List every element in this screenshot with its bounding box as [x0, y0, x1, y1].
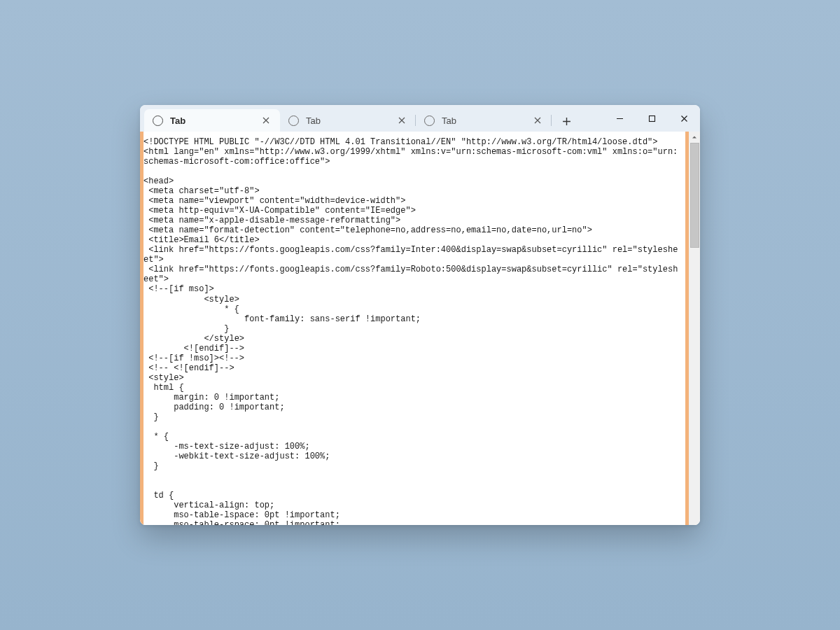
tab-1[interactable]: Tab: [144, 109, 280, 132]
scrollbar-thumb[interactable]: [690, 143, 699, 248]
content-area: <!DOCTYPE HTML PUBLIC "-//W3C//DTD HTML …: [140, 132, 700, 525]
vertical-scrollbar[interactable]: [689, 132, 700, 525]
minimize-button[interactable]: [603, 105, 636, 132]
maximize-button[interactable]: [636, 105, 668, 132]
tab-title: Tab: [442, 115, 531, 126]
tab-close-button[interactable]: [395, 113, 409, 127]
tab-close-button[interactable]: [531, 113, 545, 127]
close-window-button[interactable]: [668, 105, 700, 132]
tab-2[interactable]: Tab: [280, 109, 416, 132]
tab-close-button[interactable]: [259, 113, 273, 127]
app-window: Tab Tab Tab: [140, 105, 700, 525]
favicon-icon: [424, 115, 435, 126]
tab-title: Tab: [170, 115, 259, 126]
tab-3[interactable]: Tab: [416, 109, 552, 132]
close-icon: [534, 117, 541, 124]
plus-icon: [562, 117, 571, 126]
chevron-up-icon: [692, 134, 697, 140]
maximize-icon: [648, 115, 656, 122]
titlebar: Tab Tab Tab: [140, 105, 700, 132]
svg-rect-0: [649, 115, 654, 121]
close-icon: [680, 115, 688, 122]
tab-strip: Tab Tab Tab: [144, 105, 603, 132]
favicon-icon: [153, 115, 163, 126]
window-controls: [603, 105, 700, 132]
new-tab-button[interactable]: [556, 111, 577, 132]
source-code-view[interactable]: <!DOCTYPE HTML PUBLIC "-//W3C//DTD HTML …: [144, 132, 685, 525]
minimize-icon: [616, 115, 624, 122]
favicon-icon: [288, 115, 299, 126]
tab-title: Tab: [306, 115, 395, 126]
close-icon: [398, 117, 405, 124]
close-icon: [262, 117, 270, 124]
scroll-up-button[interactable]: [689, 132, 700, 143]
